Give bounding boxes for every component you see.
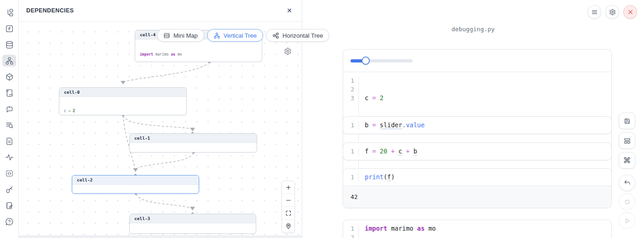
slider-thumb[interactable] [362,57,370,65]
functions-icon[interactable] [2,23,16,34]
minus-icon [285,197,292,204]
packages-icon[interactable] [2,71,16,83]
map-pin-icon [285,223,292,229]
graph-zoom-controls [282,181,295,233]
fit-view-button[interactable] [282,207,294,220]
secrets-icon[interactable] [2,183,16,195]
vertical-tree-button[interactable]: Vertical Tree [207,29,263,42]
zoom-out-button[interactable] [282,194,294,207]
graph-scrollbar[interactable] [19,235,302,238]
cell-editor[interactable]: 1 f = 20 + c + b [343,143,611,160]
graph-node-cell-1[interactable]: cell-1 b = slider.value [129,133,257,153]
gear-icon [284,47,292,55]
ai-chat-icon[interactable] [2,103,16,115]
stop-icon [623,198,631,206]
layout-select-button[interactable] [619,132,635,149]
code-line: c = 2 [365,94,507,102]
keyboard-shortcuts-button[interactable]: ⌘ [619,152,635,169]
notebook-window-buttons [587,5,637,19]
run-button[interactable] [619,212,635,229]
save-icon [623,117,631,125]
dependencies-header: DEPENDENCIES ✕ [19,0,302,22]
zoom-in-button[interactable] [282,181,294,194]
minimap-icon [163,32,170,39]
layout-icon [623,137,631,145]
notebook-area: debugging.py 1 2 3 [302,0,644,238]
menu-button[interactable] [587,5,601,19]
slider-widget[interactable] [351,57,413,65]
dependency-graph-icon[interactable] [2,55,16,67]
minimap-label: Mini Map [173,32,198,39]
line-numbers: 1 [343,147,359,156]
tracing-icon[interactable] [2,119,16,131]
graph-node-title: cell-2 [72,176,199,185]
command-icon: ⌘ [623,157,631,164]
gear-icon [609,9,616,16]
graph-node-cell-2[interactable]: cell-2 f = 20 + c + b [72,175,199,194]
notebook-cell[interactable]: 1 b = slider.value [343,116,612,134]
marimo-app: DEPENDENCIES ✕ [0,0,644,238]
graph-code-line: import marimo as mo [140,52,257,57]
notebook-filename: debugging.py [302,26,644,33]
close-icon [627,9,634,16]
variables-icon[interactable] [2,151,16,163]
datasources-icon[interactable] [2,39,16,51]
dependencies-panel: DEPENDENCIES ✕ [19,0,302,238]
vertical-tree-label: Vertical Tree [224,32,257,39]
plus-icon [285,184,292,191]
stop-button[interactable] [619,193,635,210]
notebook-cell[interactable]: 1 print(f) 42 [343,168,612,208]
horizontal-tree-button[interactable]: Horizontal Tree [266,29,329,42]
undo-button[interactable] [619,175,635,191]
cell-output: 42 [343,186,611,208]
left-icon-rail [0,0,19,238]
graph-node-title: cell-0 [59,88,186,97]
code-line: print(f) [365,173,395,181]
code-line: b = slider.value [365,121,425,130]
horizontal-tree-icon [272,32,279,39]
close-panel-button[interactable]: ✕ [284,6,294,16]
horizontal-tree-label: Horizontal Tree [282,32,323,39]
vertical-tree-icon [213,32,220,39]
shutdown-button[interactable] [623,5,637,19]
play-icon [623,217,631,225]
graph-node-cell-0[interactable]: cell-0 c = 2 slider = mo.ui.slider(0, 10… [59,87,187,115]
scratchpad-icon[interactable] [2,199,16,211]
cell-editor[interactable]: 1 2 import marimo as mo [343,220,611,238]
code-line: import marimo as mo [365,224,436,233]
graph-node-cell-3[interactable]: cell-3 print(f) [129,214,256,234]
undo-icon [623,179,631,187]
locate-button[interactable] [282,220,294,232]
graph-code-line: c = 2 [64,109,182,113]
graph-settings-button[interactable] [282,45,293,57]
file-tree-icon[interactable] [2,6,16,18]
cell-editor[interactable]: 1 b = slider.value [343,117,611,134]
maximize-icon [285,210,292,216]
settings-button[interactable] [605,5,619,19]
line-numbers: 1 [343,173,359,181]
save-button[interactable] [619,113,635,129]
graph-node-title: cell-3 [130,214,256,223]
hamburger-icon [591,9,598,16]
code-line: f = 20 + c + b [365,147,417,156]
dependency-graph-canvas[interactable]: cell-4 import marimo as mo a = 20 cell-0… [19,22,302,235]
line-numbers: 1 [343,121,359,130]
logs-icon[interactable] [2,87,16,99]
help-icon[interactable] [2,215,16,227]
graph-node-title: cell-1 [130,134,257,143]
snippets-icon[interactable] [2,167,16,179]
minimap-button[interactable]: Mini Map [157,29,204,42]
dependencies-title: DEPENDENCIES [26,7,74,14]
notebook-cell[interactable]: 1 2 import marimo as mo [343,220,612,238]
notebook-cell[interactable]: 1 f = 20 + c + b [343,142,612,160]
line-numbers: 1 2 [343,224,359,238]
cell-output [343,50,611,72]
documentation-icon[interactable] [2,135,16,147]
graph-view-toolbar: Mini Map Vertical Tree Horizontal Tree [157,29,329,42]
cell-editor[interactable]: 1 print(f) [343,169,611,186]
